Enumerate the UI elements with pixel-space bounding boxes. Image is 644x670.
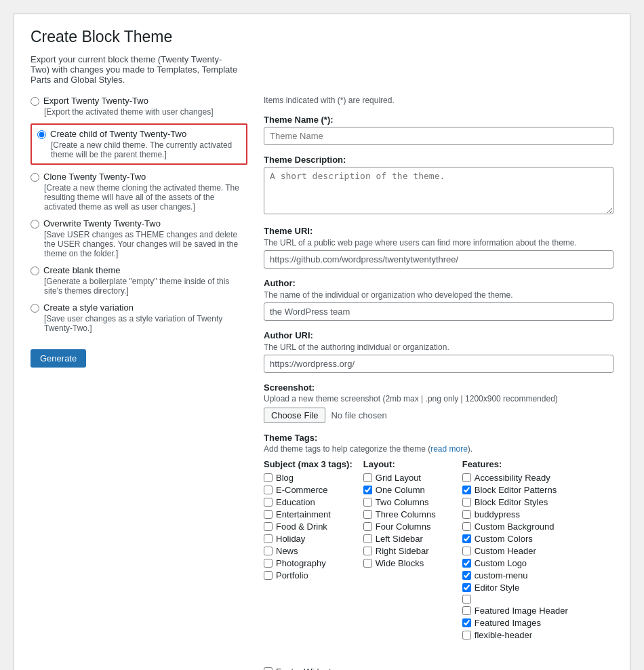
theme-name-label: Theme Name (*): bbox=[264, 115, 613, 125]
subject-header: Subject (max 3 tags): bbox=[264, 459, 353, 469]
radio-clone-label: Clone Twenty Twenty-Two bbox=[43, 172, 146, 182]
author-uri-input[interactable] bbox=[264, 355, 613, 373]
radio-variation-desc: [Save user changes as a style variation … bbox=[44, 314, 247, 333]
tag-food-drink[interactable]: Food & Drink bbox=[264, 521, 353, 532]
radio-blank-label: Create blank theme bbox=[43, 265, 120, 275]
tag-editor-style[interactable]: Editor Style bbox=[462, 583, 568, 593]
tags-desc-before: Add theme tags to help categorize the th… bbox=[264, 444, 430, 454]
radio-variation-input[interactable] bbox=[31, 304, 39, 313]
layout-header: Layout: bbox=[363, 459, 451, 469]
radio-overwrite[interactable]: Overwrite Twenty Twenty-Two [Save USER c… bbox=[31, 218, 247, 258]
tag-portfolio[interactable]: Portfolio bbox=[264, 570, 353, 580]
radio-overwrite-input[interactable] bbox=[31, 220, 39, 229]
radio-child-label: Create child of Twenty Twenty-Two bbox=[50, 129, 186, 139]
generate-button[interactable]: Generate bbox=[31, 349, 86, 368]
tag-one-column[interactable]: One Column bbox=[363, 485, 451, 495]
radio-child-input[interactable] bbox=[37, 130, 46, 139]
tags-grid: Subject (max 3 tags): Blog E-Commerce Ed… bbox=[264, 459, 613, 670]
radio-overwrite-label: Overwrite Twenty Twenty-Two bbox=[43, 218, 161, 229]
right-column: Items indicated with (*) are required. T… bbox=[264, 96, 613, 670]
theme-uri-desc: The URL of a public web page where users… bbox=[264, 238, 613, 248]
theme-uri-label: Theme URI: bbox=[264, 226, 613, 236]
tag-three-columns[interactable]: Three Columns bbox=[363, 509, 451, 519]
screenshot-section: Screenshot: Upload a new theme screensho… bbox=[264, 382, 613, 423]
tag-news[interactable]: News bbox=[264, 546, 353, 556]
tag-education[interactable]: Education bbox=[264, 497, 353, 507]
tag-grid-layout[interactable]: Grid Layout bbox=[363, 473, 451, 483]
radio-export-desc: [Export the activated theme with user ch… bbox=[44, 107, 247, 117]
tag-holiday[interactable]: Holiday bbox=[264, 534, 353, 544]
radio-child[interactable]: Create child of Twenty Twenty-Two [Creat… bbox=[31, 123, 247, 165]
left-column: Export Twenty Twenty-Two [Export the act… bbox=[31, 96, 247, 368]
tag-custom-logo[interactable]: Custom Logo bbox=[462, 558, 568, 568]
tag-custom-menu[interactable]: custom-menu bbox=[462, 570, 568, 580]
theme-desc-field: Theme Description: bbox=[264, 155, 613, 216]
author-input[interactable] bbox=[264, 302, 613, 321]
features-col1: Features: Accessibility Ready Block Edit… bbox=[462, 459, 568, 642]
tag-four-columns[interactable]: Four Columns bbox=[363, 521, 451, 532]
tag-custom-header[interactable]: Custom Header bbox=[462, 546, 568, 556]
features-header2 bbox=[264, 653, 357, 663]
tag-ecommerce[interactable]: E-Commerce bbox=[264, 485, 353, 495]
file-input-row: Choose File No file chosen bbox=[264, 408, 613, 423]
radio-variation-label: Create a style variation bbox=[43, 302, 134, 313]
layout-col: Layout: Grid Layout One Column Two Colum… bbox=[363, 459, 451, 642]
required-note: Items indicated with (*) are required. bbox=[264, 96, 613, 105]
tag-wide-blocks[interactable]: Wide Blocks bbox=[363, 558, 451, 568]
radio-blank[interactable]: Create blank theme [Generate a boilerpla… bbox=[31, 265, 247, 296]
tag-right-sidebar[interactable]: Right Sidebar bbox=[363, 546, 451, 556]
author-desc: The name of the individual or organizati… bbox=[264, 290, 613, 300]
features-col2: Footer Widgets front-page-post-form Site… bbox=[264, 653, 357, 670]
radio-blank-input[interactable] bbox=[31, 267, 39, 275]
tag-empty1[interactable] bbox=[462, 595, 568, 604]
page-container: Create Block Theme Export your current b… bbox=[14, 14, 630, 670]
tags-section: Theme Tags: Add theme tags to help categ… bbox=[264, 433, 613, 670]
tags-desc-after: ). bbox=[468, 444, 472, 454]
tag-buddypress[interactable]: buddypress bbox=[462, 509, 568, 519]
radio-clone[interactable]: Clone Twenty Twenty-Two [Create a new th… bbox=[31, 172, 247, 212]
theme-desc-input[interactable] bbox=[264, 167, 613, 214]
tag-footer-widgets[interactable]: Footer Widgets bbox=[264, 667, 357, 670]
features-header: Features: bbox=[462, 459, 568, 469]
choose-file-button[interactable]: Choose File bbox=[264, 408, 325, 423]
no-file-text: No file chosen bbox=[331, 410, 386, 420]
tag-entertainment[interactable]: Entertainment bbox=[264, 509, 353, 519]
radio-blank-desc: [Generate a boilerplate "empty" theme in… bbox=[44, 277, 247, 296]
theme-desc-label: Theme Description: bbox=[264, 155, 613, 165]
theme-name-field: Theme Name (*): bbox=[264, 115, 613, 145]
author-uri-label: Author URI: bbox=[264, 330, 613, 340]
tag-featured-images[interactable]: Featured Images bbox=[462, 618, 568, 628]
radio-export-input[interactable] bbox=[31, 97, 39, 106]
subject-col: Subject (max 3 tags): Blog E-Commerce Ed… bbox=[264, 459, 353, 642]
tag-custom-background[interactable]: Custom Background bbox=[462, 521, 568, 532]
tag-featured-image-header[interactable]: Featured Image Header bbox=[462, 606, 568, 616]
radio-overwrite-desc: [Save USER changes as THEME changes and … bbox=[44, 230, 247, 258]
radio-child-desc: [Create a new child theme. The currently… bbox=[51, 140, 241, 159]
tag-block-editor-styles[interactable]: Block Editor Styles bbox=[462, 497, 568, 507]
tag-block-editor-patterns[interactable]: Block Editor Patterns bbox=[462, 485, 568, 495]
tags-desc: Add theme tags to help categorize the th… bbox=[264, 444, 613, 454]
radio-clone-input[interactable] bbox=[31, 173, 39, 182]
tags-read-more-link[interactable]: read more bbox=[430, 444, 468, 454]
tag-left-sidebar[interactable]: Left Sidebar bbox=[363, 534, 451, 544]
tag-accessibility-ready[interactable]: Accessibility Ready bbox=[462, 473, 568, 483]
tag-photography[interactable]: Photography bbox=[264, 558, 353, 568]
tag-flexible-header[interactable]: flexible-header bbox=[462, 630, 568, 640]
screenshot-label: Screenshot: bbox=[264, 382, 613, 393]
radio-export-label: Export Twenty Twenty-Two bbox=[43, 96, 148, 106]
radio-export[interactable]: Export Twenty Twenty-Two [Export the act… bbox=[31, 96, 247, 117]
tags-label: Theme Tags: bbox=[264, 433, 613, 443]
page-title: Create Block Theme bbox=[31, 28, 613, 46]
theme-name-input[interactable] bbox=[264, 127, 613, 145]
author-uri-desc: The URL of the authoring individual or o… bbox=[264, 342, 613, 352]
tag-blog[interactable]: Blog bbox=[264, 473, 353, 483]
theme-uri-input[interactable] bbox=[264, 250, 613, 269]
intro-text: Export your current block theme (Twenty … bbox=[31, 54, 241, 85]
radio-variation[interactable]: Create a style variation [Save user chan… bbox=[31, 302, 247, 333]
tag-custom-colors[interactable]: Custom Colors bbox=[462, 534, 568, 544]
author-field: Author: The name of the individual or or… bbox=[264, 278, 613, 321]
two-col-layout: Export Twenty Twenty-Two [Export the act… bbox=[31, 96, 613, 670]
theme-uri-field: Theme URI: The URL of a public web page … bbox=[264, 226, 613, 269]
author-label: Author: bbox=[264, 278, 613, 288]
tag-two-columns[interactable]: Two Columns bbox=[363, 497, 451, 507]
